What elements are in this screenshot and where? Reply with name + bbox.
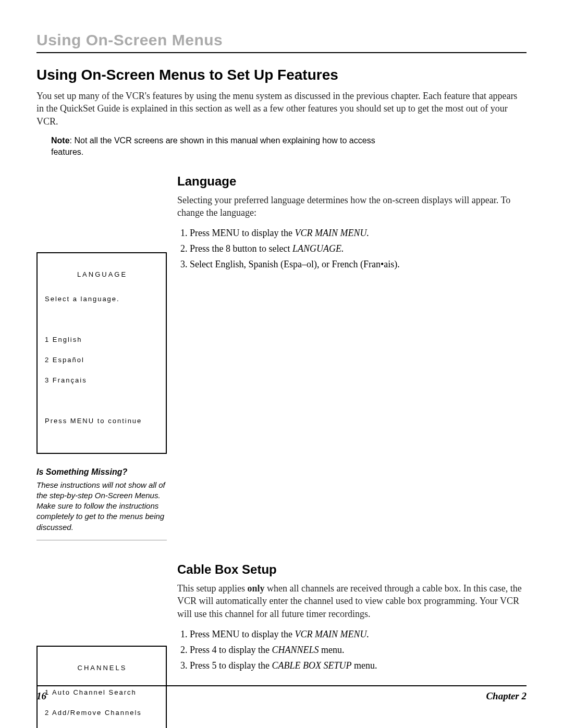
step-1a: Press MENU to display the — [190, 228, 295, 238]
chapter-label: Chapter 2 — [486, 690, 527, 702]
screen-footer: Press MENU to continue — [45, 416, 160, 426]
cable-intro: This setup applies only when all channel… — [177, 582, 527, 620]
cb-s2a: Press 4 to display the — [190, 645, 272, 655]
cable-heading: Cable Box Setup — [177, 562, 527, 577]
cb-s1b: VCR MAIN MENU. — [295, 629, 369, 639]
note-label: Note — [51, 136, 70, 145]
cable-step-1: Press MENU to display the VCR MAIN MENU. — [190, 627, 527, 642]
step-1: Press MENU to display the VCR MAIN MENU. — [190, 226, 527, 241]
intro-paragraph: You set up many of the VCR's features by… — [36, 90, 527, 128]
language-steps: Press MENU to display the VCR MAIN MENU.… — [177, 226, 527, 272]
sidenote-title: Is Something Missing? — [36, 467, 167, 477]
language-screen-box: LANGUAGE Select a language. 1 English 2 … — [36, 252, 167, 454]
step-2b: LANGUAGE. — [292, 243, 344, 254]
step-3-text: Select English, Spanish (Espa–ol), or Fr… — [190, 259, 400, 269]
cb-s3c: menu. — [352, 660, 377, 671]
step-2: Press the 8 button to select LANGUAGE. — [190, 242, 527, 256]
cb-s2b: CHANNELS — [272, 645, 319, 655]
note-body: : Not all the VCR screens are shown in t… — [51, 136, 375, 156]
step-2a: Press the 8 button to select — [190, 243, 292, 254]
language-section: LANGUAGE Select a language. 1 English 2 … — [36, 174, 527, 540]
sidenote-body: These instructions will not show all of … — [36, 480, 167, 540]
cb-s2c: menu. — [319, 645, 345, 655]
language-heading: Language — [177, 174, 527, 189]
cb-s3a: Press 5 to display the — [190, 660, 272, 671]
page-footer: 16 Chapter 2 — [36, 685, 527, 702]
language-intro: Selecting your preferred language determ… — [177, 194, 527, 219]
screen-option-3: 3 Français — [45, 375, 160, 386]
screen-title-channels: CHANNELS — [45, 663, 160, 673]
ch-line-2: 2 Add/Remove Channels — [45, 708, 160, 718]
screen-option-2: 2 Español — [45, 355, 160, 365]
step-3: Select English, Spanish (Espa–ol), or Fr… — [190, 257, 527, 272]
cable-section: CHANNELS 1 Auto Channel Search 2 Add/Rem… — [36, 562, 527, 728]
cable-steps: Press MENU to display the VCR MAIN MENU.… — [177, 627, 527, 673]
screen-prompt: Select a language. — [45, 294, 160, 304]
step-1b: VCR MAIN MENU. — [295, 228, 369, 238]
cb-s1a: Press MENU to display the — [190, 629, 295, 639]
section-title: Using On-Screen Menus to Set Up Features — [36, 67, 527, 83]
cable-step-3: Press 5 to display the CABLE BOX SETUP m… — [190, 659, 527, 673]
screen-option-1: 1 English — [45, 335, 160, 345]
cable-intro-a: This setup applies — [177, 583, 247, 594]
cable-step-2: Press 4 to display the CHANNELS menu. — [190, 643, 527, 658]
screen-title-language: LANGUAGE — [45, 269, 160, 280]
cb-s3b: CABLE BOX SETUP — [272, 660, 352, 671]
cable-intro-bold: only — [247, 583, 264, 594]
page-number: 16 — [36, 690, 46, 702]
chapter-header: Using On-Screen Menus — [36, 31, 527, 53]
note-block: Note: Not all the VCR screens are shown … — [51, 135, 406, 158]
